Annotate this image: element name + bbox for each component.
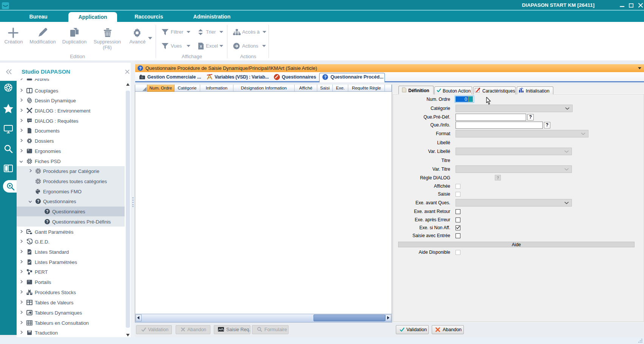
svg-text:?: ? — [324, 75, 327, 79]
svg-text:?: ? — [46, 220, 48, 224]
svg-text:?: ? — [37, 199, 39, 204]
svg-text:?: ? — [139, 66, 141, 71]
svg-text:?: ? — [46, 210, 48, 214]
svg-text:x: x — [200, 44, 202, 48]
